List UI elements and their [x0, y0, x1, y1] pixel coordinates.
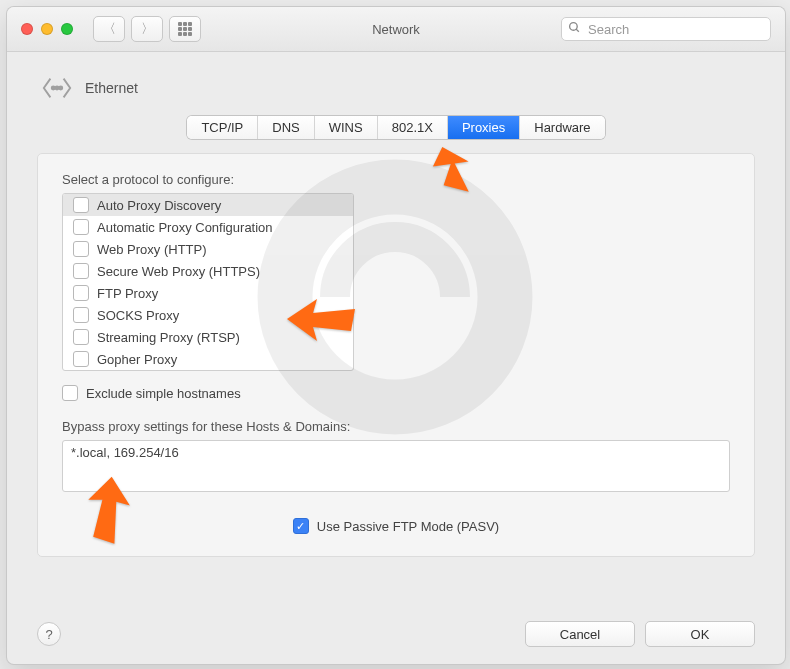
passive-ftp-row: ✓ Use Passive FTP Mode (PASV) [62, 518, 730, 534]
tab-tcp-ip[interactable]: TCP/IP [187, 116, 258, 139]
tab-wins[interactable]: WINS [315, 116, 378, 139]
protocol-label: Auto Proxy Discovery [97, 198, 221, 213]
ethernet-icon [41, 72, 73, 104]
search-icon [568, 21, 581, 37]
svg-point-4 [55, 86, 58, 89]
minimize-window-button[interactable] [41, 23, 53, 35]
svg-point-3 [52, 86, 55, 89]
passive-ftp-checkbox[interactable]: ✓ [293, 518, 309, 534]
protocol-item[interactable]: Web Proxy (HTTP) [63, 238, 353, 260]
protocol-checkbox[interactable] [73, 263, 89, 279]
protocol-item[interactable]: Auto Proxy Discovery [63, 194, 353, 216]
protocol-checkbox[interactable] [73, 329, 89, 345]
bypass-textarea[interactable]: *.local, 169.254/16 [62, 440, 730, 492]
cancel-button[interactable]: Cancel [525, 621, 635, 647]
protocol-checkbox[interactable] [73, 351, 89, 367]
protocol-label: Automatic Proxy Configuration [97, 220, 273, 235]
close-window-button[interactable] [21, 23, 33, 35]
exclude-hostnames-label: Exclude simple hostnames [86, 386, 241, 401]
svg-point-5 [59, 86, 62, 89]
passive-ftp-label: Use Passive FTP Mode (PASV) [317, 519, 499, 534]
show-all-button[interactable] [169, 16, 201, 42]
tab-bar: TCP/IPDNSWINS802.1XProxiesHardware [7, 116, 785, 139]
traffic-lights [7, 23, 73, 35]
protocol-item[interactable]: Secure Web Proxy (HTTPS) [63, 260, 353, 282]
protocol-label: SOCKS Proxy [97, 308, 179, 323]
protocol-label: FTP Proxy [97, 286, 158, 301]
protocol-item[interactable]: Gopher Proxy [63, 348, 353, 370]
protocol-label: Gopher Proxy [97, 352, 177, 367]
protocol-item[interactable]: FTP Proxy [63, 282, 353, 304]
titlebar: 〈 〉 Network [7, 7, 785, 52]
exclude-hostnames-checkbox[interactable] [62, 385, 78, 401]
bypass-value: *.local, 169.254/16 [71, 445, 179, 460]
nav-group: 〈 〉 [93, 16, 163, 42]
bypass-label: Bypass proxy settings for these Hosts & … [62, 419, 730, 434]
zoom-window-button[interactable] [61, 23, 73, 35]
proxies-panel: Select a protocol to configure: Auto Pro… [37, 153, 755, 557]
protocol-item[interactable]: Streaming Proxy (RTSP) [63, 326, 353, 348]
forward-button[interactable]: 〉 [131, 16, 163, 42]
protocol-checkbox[interactable] [73, 197, 89, 213]
protocol-checkbox[interactable] [73, 285, 89, 301]
chevron-left-icon: 〈 [103, 20, 116, 38]
tab-proxies[interactable]: Proxies [448, 116, 520, 139]
grid-icon [178, 22, 192, 36]
svg-line-1 [576, 29, 579, 32]
back-button[interactable]: 〈 [93, 16, 125, 42]
svg-point-0 [570, 23, 578, 31]
search-field-container[interactable] [561, 17, 771, 41]
chevron-right-icon: 〉 [141, 20, 154, 38]
help-button[interactable]: ? [37, 622, 61, 646]
protocol-checkbox[interactable] [73, 241, 89, 257]
protocol-label: Web Proxy (HTTP) [97, 242, 207, 257]
ok-button[interactable]: OK [645, 621, 755, 647]
window-title: Network [372, 22, 420, 37]
protocol-list[interactable]: Auto Proxy DiscoveryAutomatic Proxy Conf… [62, 193, 354, 371]
protocol-checkbox[interactable] [73, 219, 89, 235]
protocol-checkbox[interactable] [73, 307, 89, 323]
protocol-item[interactable]: Automatic Proxy Configuration [63, 216, 353, 238]
interface-label: Ethernet [85, 80, 138, 96]
tab-hardware[interactable]: Hardware [520, 116, 604, 139]
network-window: 〈 〉 Network [6, 6, 786, 665]
tab-802-1x[interactable]: 802.1X [378, 116, 448, 139]
search-input[interactable] [586, 21, 764, 38]
protocol-item[interactable]: SOCKS Proxy [63, 304, 353, 326]
interface-header: Ethernet [7, 52, 785, 114]
tab-dns[interactable]: DNS [258, 116, 314, 139]
protocol-section-label: Select a protocol to configure: [62, 172, 730, 187]
bottom-bar: ? Cancel OK [7, 604, 785, 664]
protocol-label: Secure Web Proxy (HTTPS) [97, 264, 260, 279]
exclude-hostnames-row: Exclude simple hostnames [62, 385, 730, 401]
protocol-label: Streaming Proxy (RTSP) [97, 330, 240, 345]
